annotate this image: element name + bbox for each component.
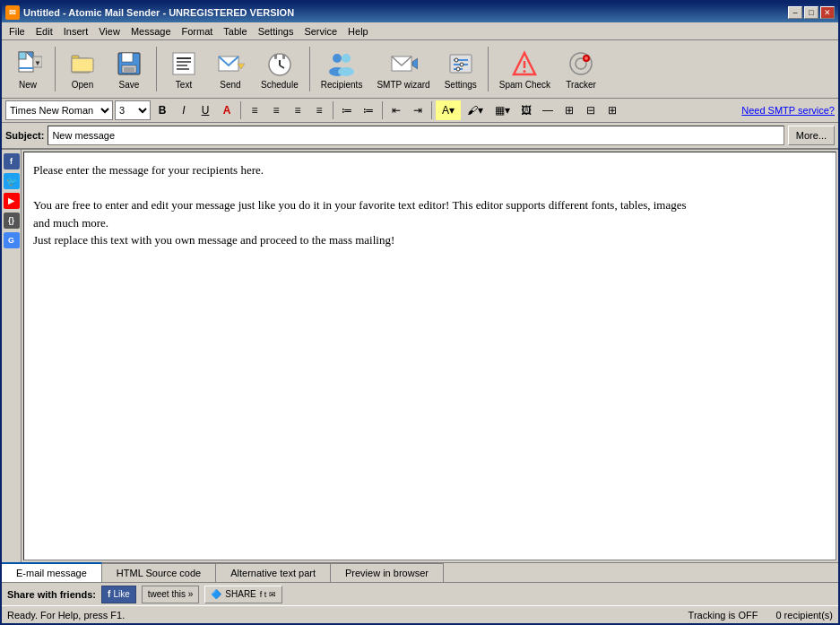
tracker-label: Tracker — [566, 80, 596, 90]
font-color-button[interactable]: A — [217, 100, 237, 120]
toolbar-recipients-button[interactable]: Recipients — [315, 42, 369, 96]
text-label: Text — [176, 80, 192, 90]
format-toolbar: Times New Roman Arial Verdana 1 2 3 4 5 … — [2, 99, 838, 123]
toolbar-text-button[interactable]: Text — [161, 42, 206, 96]
size-select[interactable]: 1 2 3 4 5 — [115, 100, 151, 120]
tab-source[interactable]: HTML Source code — [102, 563, 216, 582]
maximize-button[interactable]: □ — [804, 6, 818, 19]
smtp-service-link[interactable]: Need SMTP service? — [741, 105, 835, 116]
align-left-button[interactable]: ≡ — [245, 100, 264, 120]
ordered-list-button[interactable]: ≔ — [359, 100, 378, 120]
svg-point-28 — [338, 67, 354, 76]
settings-icon — [446, 49, 475, 78]
toolbar-open-button[interactable]: Open — [60, 42, 105, 96]
app-icon: ✉ — [5, 5, 20, 20]
toolbar-schedule-button[interactable]: Schedule — [255, 42, 305, 96]
special3-button[interactable]: ⊞ — [602, 100, 622, 120]
share-label: Share with friends: — [7, 589, 96, 600]
more-button[interactable]: More... — [788, 126, 835, 145]
close-button[interactable]: ✕ — [820, 6, 835, 19]
status-bar: Ready. For Help, press F1. Tracking is O… — [2, 605, 838, 623]
smtp-label: SMTP wizard — [377, 80, 429, 90]
toolbar-send-button[interactable]: Send — [208, 42, 253, 96]
align-justify-button[interactable]: ≡ — [309, 100, 329, 120]
svg-rect-21 — [274, 54, 277, 59]
title-bar-left: ✉ Untitled - Atomic Mail Sender - UNREGI… — [5, 5, 294, 20]
menu-settings[interactable]: Settings — [253, 24, 299, 39]
tab-alttext[interactable]: Alternative text part — [216, 563, 331, 582]
svg-point-37 — [456, 67, 460, 71]
fmt-sep-2 — [333, 101, 333, 119]
special2-button[interactable]: ⊟ — [581, 100, 601, 120]
recipients-icon — [327, 49, 356, 78]
svg-rect-12 — [124, 67, 134, 72]
tweet-button[interactable]: tweet this » — [142, 586, 200, 603]
facebook-share-button[interactable]: f Like — [101, 586, 136, 603]
image-button[interactable]: 🖼 — [516, 100, 536, 120]
spam-label: Spam Check — [499, 80, 550, 90]
toolbar-settings-button[interactable]: Settings — [438, 42, 483, 96]
unordered-list-button[interactable]: ≔ — [337, 100, 357, 120]
menu-file[interactable]: File — [4, 24, 30, 39]
text-icon — [169, 49, 198, 78]
toolbar-smtp-button[interactable]: SMTP wizard — [370, 42, 436, 96]
font-select[interactable]: Times New Roman Arial Verdana — [5, 100, 113, 120]
toolbar-sep-2 — [156, 47, 157, 91]
toolbar-spam-button[interactable]: Spam Check — [493, 42, 557, 96]
indent-decrease-button[interactable]: ⇤ — [386, 100, 406, 120]
tracking-status: Tracking is OFF — [688, 610, 758, 621]
recipients-count: 0 recipient(s) — [775, 610, 833, 621]
svg-rect-13 — [173, 53, 195, 74]
menu-table[interactable]: Table — [218, 24, 252, 39]
italic-button[interactable]: I — [174, 100, 194, 120]
toolbar-new-button[interactable]: ▼ New — [5, 42, 50, 96]
editor-line-5: Just replace this text with you own mess… — [33, 231, 827, 249]
share-button[interactable]: 🔷 SHARE f t ✉ — [204, 586, 281, 603]
hr-button[interactable]: — — [538, 100, 558, 120]
fmt-sep-4 — [431, 101, 432, 119]
share-bar: Share with friends: f Like tweet this » … — [2, 582, 838, 605]
menu-edit[interactable]: Edit — [30, 24, 58, 39]
subject-input[interactable] — [48, 126, 784, 145]
indent-increase-button[interactable]: ⇥ — [408, 100, 428, 120]
tab-email[interactable]: E-mail message — [2, 562, 102, 582]
main-toolbar: ▼ New Open — [2, 40, 838, 99]
facebook-sidebar-button[interactable]: f — [4, 153, 20, 169]
title-bar: ✉ Untitled - Atomic Mail Sender - UNREGI… — [2, 3, 838, 22]
subject-bar: Subject: More... — [2, 123, 838, 149]
menu-service[interactable]: Service — [299, 24, 342, 39]
youtube-sidebar-button[interactable]: ▶ — [4, 193, 20, 209]
special1-button[interactable]: ⊞ — [559, 100, 579, 120]
align-center-button[interactable]: ≡ — [266, 100, 286, 120]
menu-help[interactable]: Help — [342, 24, 374, 39]
bold-button[interactable]: B — [152, 100, 172, 120]
table-insert-button[interactable]: ▦▾ — [489, 100, 515, 120]
editor-line-1: Please enter the message for your recipi… — [33, 161, 827, 179]
highlight-button[interactable]: A▾ — [436, 100, 461, 120]
toolbar-tracker-button[interactable]: Tracker — [559, 42, 603, 96]
menu-insert[interactable]: Insert — [58, 24, 94, 39]
share-fb-icon: 🔷 — [211, 589, 221, 599]
share-btn-label: SHARE — [225, 589, 255, 599]
menu-format[interactable]: Format — [177, 24, 219, 39]
background-color-button[interactable]: 🖌▾ — [463, 100, 488, 120]
bracket-sidebar-button[interactable]: {} — [4, 213, 20, 229]
toolbar-save-button[interactable]: Save — [107, 42, 152, 96]
editor-area[interactable]: Please enter the message for your recipi… — [23, 152, 836, 560]
twitter-sidebar-button[interactable]: 🐦 — [4, 173, 20, 189]
editor-wrapper: f 🐦 ▶ {} G Please enter the message for … — [2, 149, 838, 562]
editor-content[interactable]: Please enter the message for your recipi… — [24, 152, 836, 560]
toolbar-sep-4 — [488, 47, 489, 91]
align-right-button[interactable]: ≡ — [288, 100, 307, 120]
underline-button[interactable]: U — [195, 100, 215, 120]
new-icon: ▼ — [13, 49, 42, 78]
spam-icon — [510, 49, 539, 78]
minimize-button[interactable]: – — [788, 6, 802, 19]
fmt-sep-3 — [382, 101, 383, 119]
menu-message[interactable]: Message — [126, 24, 177, 39]
menu-view[interactable]: View — [93, 24, 126, 39]
google-sidebar-button[interactable]: G — [4, 232, 20, 248]
send-label: Send — [220, 80, 240, 90]
toolbar-sep-1 — [55, 47, 56, 91]
tab-preview[interactable]: Preview in browser — [331, 563, 444, 582]
